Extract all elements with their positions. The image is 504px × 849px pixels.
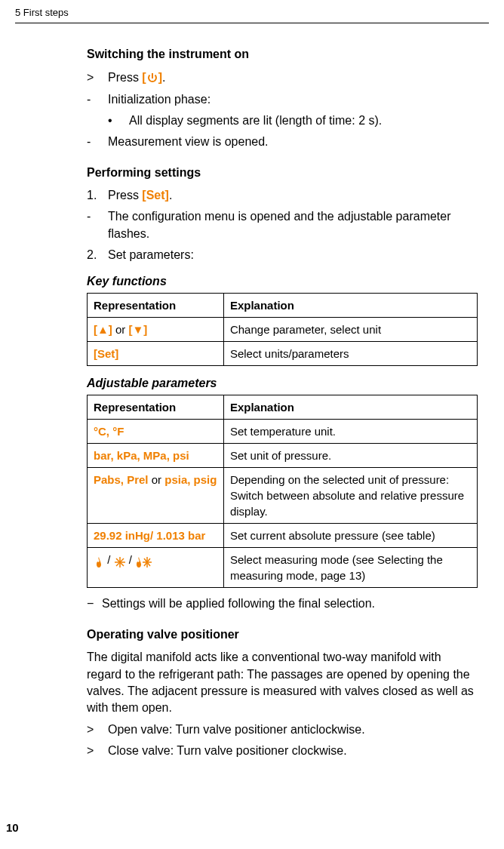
list-text: Press [Set]. (108, 187, 478, 204)
list-text: Close valve: Turn valve positioner clock… (108, 743, 478, 759)
section3-title: Operating valve positioner (87, 626, 478, 643)
page-number: 10 (6, 820, 19, 835)
list-item: 2. Set parameters: (87, 247, 478, 263)
list-marker: 1. (87, 187, 108, 204)
table-row: °C, °F Set temperature unit. (88, 420, 478, 444)
list-marker: - (87, 91, 108, 108)
list-marker: - (87, 208, 108, 242)
table-row: [▲] or [▼] Change parameter, select unit (88, 318, 478, 342)
power-icon (146, 69, 158, 86)
header-divider (15, 23, 489, 23)
list-text: Set parameters: (108, 247, 478, 263)
table-row: 29.92 inHg/ 1.013 bar Set current absolu… (88, 524, 478, 548)
table-header: Explanation (223, 294, 477, 318)
list-item: - Initialization phase: (87, 91, 478, 108)
flame-icon (94, 553, 104, 569)
table2-caption: Adjustable parameters (87, 375, 478, 392)
section1-title: Switching the instrument on (87, 46, 478, 63)
list-text: All display segments are lit (length of … (129, 112, 478, 129)
table-row: bar, kPa, MPa, psi Set unit of pressure. (88, 444, 478, 468)
key-functions-table: Representation Explanation [▲] or [▼] Ch… (87, 293, 478, 366)
list-marker: > (87, 721, 108, 738)
list-text: Measurement view is opened. (108, 134, 478, 150)
list-text: The configuration menu is opened and the… (108, 208, 478, 242)
section3-para: The digital manifold acts like a convent… (87, 649, 478, 717)
section2-title: Performing settings (87, 165, 478, 181)
list-text: Press []. (108, 69, 478, 87)
list-item: 1. Press [Set]. (87, 187, 478, 204)
table-row: [Set] Select units/parameters (88, 342, 478, 366)
list-item: • All display segments are lit (length o… (108, 112, 478, 129)
list-marker: > (87, 69, 108, 87)
list-marker: • (108, 112, 129, 129)
table-header: Explanation (223, 395, 477, 420)
note-item: − Settings will be applied following the… (87, 595, 478, 612)
table-row: Pabs, Prel or psia, psig Depending on th… (88, 468, 478, 524)
list-item: - The configuration menu is opened and t… (87, 208, 478, 242)
list-item: > Close valve: Turn valve positioner clo… (87, 743, 478, 759)
list-marker: 2. (87, 247, 108, 263)
note-text: Settings will be applied following the f… (102, 595, 478, 612)
adjustable-parameters-table: Representation Explanation °C, °F Set te… (87, 395, 478, 588)
table-row: / / Select measuring mode (see Selecting… (88, 548, 478, 588)
snowflake-icon (114, 553, 126, 569)
chapter-header: 5 First steps (15, 6, 489, 20)
dash-marker: − (87, 595, 102, 612)
flame-snowflake-icon (135, 553, 153, 569)
list-item: > Open valve: Turn valve positioner anti… (87, 721, 478, 738)
table-header: Representation (88, 395, 224, 420)
list-marker: - (87, 134, 108, 150)
list-text: Initialization phase: (108, 91, 478, 108)
table1-caption: Key functions (87, 273, 478, 290)
table-header: Representation (88, 294, 224, 318)
list-text: Open valve: Turn valve positioner anticl… (108, 721, 478, 738)
list-marker: > (87, 743, 108, 759)
list-item: - Measurement view is opened. (87, 134, 478, 150)
list-item: > Press []. (87, 69, 478, 87)
